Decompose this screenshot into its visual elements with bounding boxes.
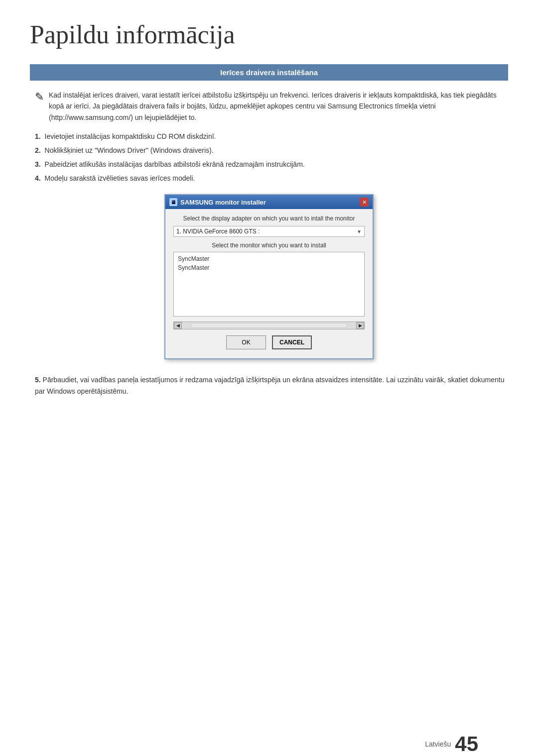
step-4: 4. Modeļu sarakstā izvēlieties savas ier… — [35, 173, 508, 185]
step-4-num: 4. — [35, 174, 41, 182]
dialog-label-adapter: Select the display adapter on which you … — [173, 215, 365, 222]
dialog-title-icon: 🖥 — [169, 198, 177, 206]
note-icon: ✎ — [35, 91, 44, 104]
step-1-num: 1. — [35, 132, 41, 140]
scrollbar-left-button[interactable]: ◀ — [174, 322, 182, 329]
note-block: ✎ Kad instalējat ierīces draiveri, varat… — [30, 90, 508, 123]
step-3: 3. Pabeidziet atlikušās instalācijas dar… — [35, 159, 508, 171]
step-5-block: 5. Pārbaudiet, vai vadības paneļa iestat… — [30, 374, 508, 397]
scrollbar-track[interactable] — [191, 323, 347, 328]
step-3-text: Pabeidziet atlikušās instalācijas darbīb… — [45, 160, 305, 168]
step-1: 1. Ievietojiet instalācijas kompaktdisku… — [35, 131, 508, 143]
dialog-title-text: SAMSUNG monitor installer — [180, 199, 266, 206]
cancel-button[interactable]: CANCEL — [272, 335, 312, 349]
dialog-body: Select the display adapter on which you … — [165, 209, 373, 358]
adapter-dropdown[interactable]: 1. NVIDIA GeForce 8600 GTS : ▼ — [173, 226, 365, 237]
footer-language: Latviešu — [425, 740, 451, 748]
footer: Latviešu 45 — [425, 732, 478, 756]
dialog-close-button[interactable]: ✕ — [360, 198, 369, 207]
step-5: 5. Pārbaudiet, vai vadības paneļa iestat… — [35, 374, 508, 397]
page-title: Papildu informācija — [30, 20, 508, 49]
dialog-buttons: OK CANCEL — [173, 335, 365, 352]
dropdown-arrow-icon: ▼ — [357, 229, 362, 234]
adapter-dropdown-value: 1. NVIDIA GeForce 8600 GTS : — [176, 228, 260, 235]
step-2-num: 2. — [35, 146, 41, 154]
dialog-titlebar: 🖥 SAMSUNG monitor installer ✕ — [165, 195, 373, 209]
scrollbar-right-button[interactable]: ▶ — [356, 322, 364, 329]
note-text: Kad instalējat ierīces draiveri, varat i… — [49, 90, 508, 123]
installer-dialog: 🖥 SAMSUNG monitor installer ✕ Select the… — [164, 194, 374, 359]
step-4-text: Modeļu sarakstā izvēlieties savas ierīce… — [45, 174, 195, 182]
dialog-label-monitor: Select the monitor which you want to ins… — [173, 242, 365, 249]
step-2: 2. Noklikšķiniet uz "Windows Driver" (Wi… — [35, 145, 508, 157]
section-header: Ierīces draivera instalēšana — [30, 64, 508, 81]
footer-page-number: 45 — [455, 732, 478, 756]
list-item[interactable]: SyncMaster — [176, 254, 362, 263]
step-5-num: 5. — [35, 376, 41, 384]
step-5-text: Pārbaudiet, vai vadības paneļa iestatīju… — [35, 376, 504, 395]
dialog-wrapper: 🖥 SAMSUNG monitor installer ✕ Select the… — [30, 194, 508, 359]
dialog-titlebar-left: 🖥 SAMSUNG monitor installer — [169, 198, 266, 206]
list-item[interactable]: SyncMaster — [176, 263, 362, 272]
step-3-num: 3. — [35, 160, 41, 168]
ok-button[interactable]: OK — [226, 335, 266, 349]
scrollbar-area[interactable]: ◀ ▶ — [173, 322, 365, 329]
step-1-text: Ievietojiet instalācijas kompaktdisku CD… — [45, 132, 216, 140]
step-2-text: Noklikšķiniet uz "Windows Driver" (Windo… — [45, 146, 214, 154]
monitor-listbox[interactable]: SyncMaster SyncMaster — [173, 252, 365, 317]
steps-list: 1. Ievietojiet instalācijas kompaktdisku… — [30, 131, 508, 184]
